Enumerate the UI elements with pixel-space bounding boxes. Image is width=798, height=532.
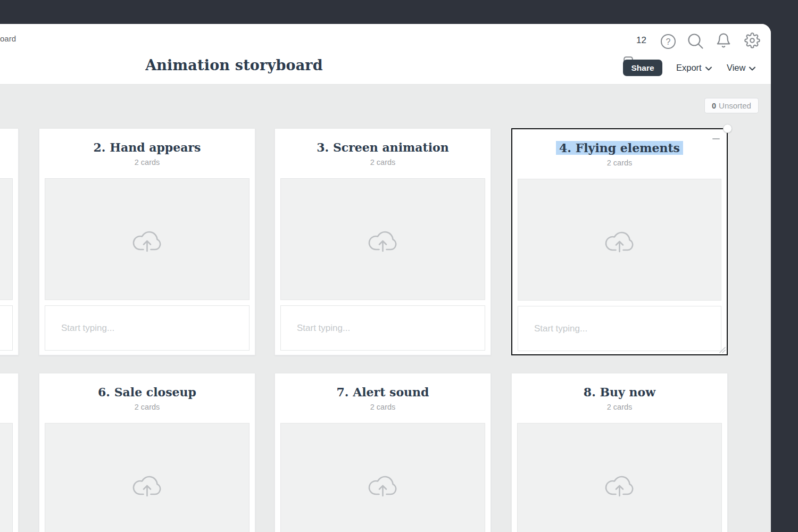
upload-cloud-icon [365, 469, 401, 499]
chevron-down-icon [749, 66, 755, 71]
storyboard-card[interactable]: Start typing... [0, 128, 19, 355]
page-title[interactable]: Animation storyboard [74, 57, 394, 73]
collapse-card-button[interactable] [712, 138, 720, 139]
card-text-input[interactable]: Start typing... [280, 305, 485, 351]
image-drop-zone[interactable] [0, 423, 13, 532]
storyboard-card[interactable]: 2. Hand appears 2 cards Start typing... [39, 128, 255, 355]
card-title[interactable]: 7. Alert sound [275, 385, 491, 399]
share-button[interactable]: Share [623, 60, 662, 76]
chevron-down-icon [705, 66, 712, 71]
settings-gear-icon[interactable] [744, 32, 760, 48]
card-text-input[interactable]: Start typing... [45, 305, 250, 351]
breadcrumb[interactable]: oard [0, 34, 16, 43]
unsorted-count: 0 [712, 102, 716, 110]
card-title-text: 7. Alert sound [337, 385, 429, 399]
image-drop-zone[interactable] [517, 423, 722, 532]
upload-cloud-icon [130, 469, 165, 499]
card-count-label: 2 cards [275, 158, 491, 167]
export-button-label: Export [676, 63, 702, 73]
storyboard-card[interactable]: 6. Sale closeup 2 cards Start typing... [39, 373, 255, 532]
card-count-label: 2 cards [512, 403, 727, 411]
upload-cloud-icon [130, 225, 165, 254]
storyboard-card[interactable]: Start typing... [0, 373, 19, 532]
notifications-bell-icon[interactable] [716, 32, 732, 48]
export-button[interactable]: Export [676, 60, 712, 76]
image-drop-zone[interactable] [280, 423, 485, 532]
card-count-label: 2 cards [39, 403, 255, 411]
upload-cloud-icon [602, 225, 637, 255]
app-header: oard Animation storyboard 12 ? [0, 24, 771, 84]
card-title[interactable]: 8. Buy now [512, 385, 727, 399]
card-title-text: 8. Buy now [584, 385, 655, 399]
card-title[interactable]: 6. Sale closeup [39, 385, 255, 399]
screen: { "window": { "breadcrumb_tail": "oard",… [0, 0, 798, 532]
card-title[interactable]: 2. Hand appears [39, 140, 255, 154]
upload-cloud-icon [602, 469, 637, 499]
resize-grip-icon[interactable] [718, 346, 726, 353]
card-title[interactable]: 4. Flying elements [512, 141, 727, 155]
svg-text:?: ? [666, 37, 671, 46]
app-window: oard Animation storyboard 12 ? [0, 24, 771, 532]
board-count-label: 12 [636, 35, 646, 46]
card-title-text: 4. Flying elements [556, 141, 683, 155]
image-drop-zone[interactable] [518, 179, 721, 301]
card-title-text: 3. Screen animation [317, 140, 448, 154]
storyboard-card[interactable]: 8. Buy now 2 cards Start typing... [511, 373, 728, 532]
image-drop-zone[interactable] [45, 423, 250, 532]
card-count-label: 2 cards [275, 403, 491, 411]
help-icon[interactable]: ? [660, 34, 676, 49]
unsorted-label: Unsorted [719, 101, 751, 110]
storyboard-canvas: 0 Unsorted Start typing... 2. Hand appea… [0, 84, 771, 532]
card-title[interactable]: 3. Screen animation [275, 140, 491, 154]
storyboard-card[interactable]: 4. Flying elements 2 cards Start typing.… [511, 128, 728, 355]
image-drop-zone[interactable] [0, 178, 13, 300]
image-drop-zone[interactable] [45, 178, 250, 300]
storyboard-card[interactable]: 3. Screen animation 2 cards Start typing… [275, 128, 491, 355]
unsorted-badge[interactable]: 0 Unsorted [704, 98, 759, 113]
storyboard-card[interactable]: 7. Alert sound 2 cards Start typing... [275, 373, 491, 532]
search-icon[interactable] [687, 33, 704, 49]
resize-handle-dot[interactable] [723, 124, 732, 133]
view-button[interactable]: View [727, 60, 755, 76]
card-title-text: 6. Sale closeup [98, 385, 196, 399]
card-count-label: 2 cards [39, 158, 255, 167]
card-count-label: 2 cards [512, 159, 727, 167]
card-title-text: 2. Hand appears [94, 140, 201, 154]
view-button-label: View [727, 63, 745, 73]
upload-cloud-icon [365, 225, 401, 254]
card-text-input[interactable]: Start typing... [518, 306, 721, 351]
image-drop-zone[interactable] [280, 178, 485, 300]
card-text-input[interactable]: Start typing... [0, 305, 13, 351]
